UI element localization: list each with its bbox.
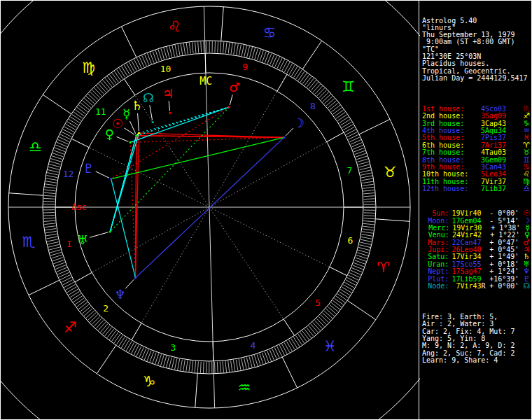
axis-line	[209, 207, 215, 408]
degree-tick	[158, 50, 162, 60]
degree-tick	[316, 318, 324, 327]
aries-sign-icon: ♈	[377, 259, 390, 276]
degree-tick	[114, 334, 120, 343]
degree-tick	[346, 130, 356, 134]
planet-longitude: 26Leo40	[451, 246, 481, 253]
degree-tick	[43, 213, 55, 214]
degree-tick	[183, 360, 186, 371]
degree-tick	[47, 239, 58, 241]
mc-label: MC	[200, 75, 212, 88]
planet-icon: ☊	[523, 283, 530, 290]
degree-tick	[358, 247, 369, 250]
degree-tick	[44, 195, 55, 196]
degree-tick	[183, 43, 185, 55]
degree-tick	[117, 69, 123, 78]
saturn-pointer-line	[138, 113, 139, 131]
house-cusp-segment	[132, 323, 141, 340]
degree-tick	[78, 105, 88, 112]
degree-tick	[197, 361, 198, 372]
house-cusp-segment	[330, 267, 347, 275]
degree-tick	[298, 334, 304, 343]
degree-tick	[343, 125, 353, 130]
degree-tick	[44, 192, 55, 193]
degree-tick	[241, 358, 244, 370]
degree-tick	[313, 322, 321, 330]
degree-tick	[121, 338, 127, 348]
degree-tick	[195, 42, 196, 53]
degree-tick	[257, 354, 260, 365]
degree-tick	[44, 220, 55, 221]
jupiter-position-dot	[169, 112, 171, 114]
jupiter-pointer-line	[169, 101, 169, 111]
degree-tick	[46, 178, 57, 181]
sign-boundary	[302, 41, 321, 69]
degree-tick	[360, 173, 372, 175]
house-cusp-line	[209, 207, 347, 276]
degree-tick	[239, 359, 241, 370]
chart-wheel: ♈♉♊♋♌♍♎♏♐♑♒♓123456789101112☉☽☿♀♂♃♄♅♆♇☊MC…	[0, 0, 420, 420]
aspect-neptune-pluto	[111, 179, 136, 278]
degree-tick	[129, 342, 134, 352]
degree-tick	[103, 326, 110, 334]
degree-tick	[88, 313, 97, 321]
house-cusp-line	[132, 207, 209, 340]
planet-velocity: + 0°00'	[489, 283, 523, 290]
degree-tick	[69, 119, 78, 125]
degree-tick	[326, 99, 335, 106]
degree-tick	[129, 62, 134, 72]
degree-tick	[90, 92, 98, 99]
degree-tick	[231, 360, 232, 372]
degree-tick	[64, 127, 74, 132]
sign-boundary	[347, 300, 376, 319]
degree-tick	[44, 223, 55, 225]
planet-row: Node: 7Vir43R+ 0°00'☊	[422, 283, 530, 290]
degree-tick	[336, 112, 345, 118]
planet-velocity: - 0°00'	[489, 210, 523, 217]
degree-tick	[215, 362, 216, 373]
degree-tick	[75, 110, 84, 116]
saturn-position-dot	[138, 132, 140, 134]
degree-tick	[181, 44, 183, 55]
house-label: 2nd house:	[422, 113, 481, 120]
planet-longitude: 17Sag47	[451, 267, 481, 275]
degree-tick	[359, 167, 370, 170]
degree-tick	[363, 196, 374, 197]
degree-tick	[200, 362, 201, 373]
aspect-moon-pluto	[111, 137, 284, 178]
degree-tick	[48, 169, 59, 172]
sign-boundary	[43, 94, 71, 113]
house-cusp-segment	[284, 319, 294, 335]
planet-longitude: 19Vir40	[451, 209, 481, 217]
aspect-saturn-uranus	[110, 133, 139, 232]
chart-info-header: Astrolog 5.40"linurs"Thu September 13, 1…	[422, 15, 530, 83]
degree-tick	[302, 331, 309, 340]
scorpio-sign-icon: ♏	[22, 234, 35, 251]
house-cusp-line	[209, 207, 295, 335]
degree-tick	[100, 324, 108, 332]
degree-tick	[304, 329, 312, 338]
house-cusp-line	[209, 132, 344, 207]
degree-tick	[92, 90, 100, 97]
sidebar: Astrolog 5.40"linurs"Thu September 13, 1…	[422, 0, 530, 420]
degree-tick	[309, 326, 316, 334]
degree-tick	[62, 132, 71, 136]
degree-tick	[257, 50, 260, 60]
degree-tick	[48, 244, 59, 247]
degree-tick	[239, 44, 241, 55]
house-cusp-value: 4Tau03	[481, 149, 513, 156]
degree-tick	[50, 252, 61, 255]
degree-tick	[340, 289, 350, 295]
venus-glyph: ♀	[105, 127, 114, 141]
degree-tick	[92, 316, 99, 324]
node-position-dot	[151, 121, 153, 123]
degree-tick	[175, 358, 177, 370]
degree-tick	[339, 292, 348, 298]
degree-tick	[48, 242, 59, 245]
house-number-8: 8	[310, 101, 316, 111]
degree-tick	[291, 339, 297, 349]
house-cusp-segment	[75, 272, 92, 282]
degree-tick	[357, 253, 368, 256]
degree-tick	[231, 43, 232, 54]
degree-tick	[181, 360, 183, 371]
house-cusp-value: 7Lib37	[481, 186, 513, 192]
